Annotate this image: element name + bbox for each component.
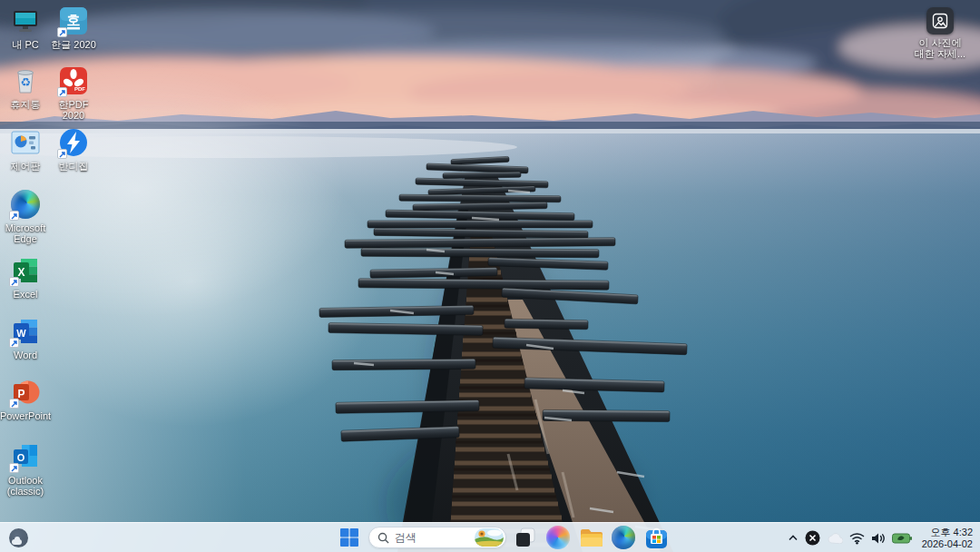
desktop-icon-recycle-bin[interactable]: ♻ 휴지통 xyxy=(0,65,51,110)
hangul-2020-icon: 호 xyxy=(58,5,89,36)
search-icon xyxy=(377,532,389,544)
excel-icon: X xyxy=(10,255,41,286)
photo-info-label-line1: 이 사진에 xyxy=(918,37,961,48)
hanpdf-2020-icon: PDF xyxy=(58,65,89,96)
copilot-button[interactable] xyxy=(544,524,572,551)
desktop-icon-hangul-2020[interactable]: 호 한글 2020 xyxy=(48,5,99,50)
photo-info-label-line2: 대한 자세... xyxy=(915,48,965,59)
desktop-icon-hanpdf-2020[interactable]: PDF 한PDF 2020 xyxy=(48,65,99,121)
taskbar-clock[interactable]: 오후 4:32 2026-04-02 xyxy=(918,527,973,550)
shortcut-arrow-icon xyxy=(57,87,67,97)
control-panel-icon xyxy=(10,127,41,158)
wifi-icon[interactable] xyxy=(849,527,865,549)
learn-about-picture-button[interactable]: 이 사진에 대한 자세... xyxy=(909,7,971,59)
recycle-bin-icon: ♻ xyxy=(10,65,41,96)
svg-text:♻: ♻ xyxy=(20,75,31,89)
copilot-icon xyxy=(546,526,570,549)
desktop-icon-label: Excel xyxy=(14,289,38,300)
desktop-icon-word[interactable]: W Word xyxy=(0,316,51,360)
shortcut-arrow-icon xyxy=(57,27,67,37)
desktop-icon-my-pc[interactable]: 내 PC xyxy=(0,5,51,50)
desktop-icon-label: 휴지통 xyxy=(11,99,41,110)
shortcut-arrow-icon xyxy=(9,277,19,287)
my-pc-icon xyxy=(10,5,41,36)
desktop-icon-label: Outlook (classic) xyxy=(0,475,51,497)
weather-widget-icon[interactable] xyxy=(9,528,28,547)
battery-saver-icon[interactable] xyxy=(892,527,912,549)
volume-icon[interactable] xyxy=(871,527,886,549)
onedrive-faded-icon[interactable] xyxy=(827,527,843,549)
edge-browser-button[interactable] xyxy=(610,524,637,551)
desktop-icon-label: Microsoft Edge xyxy=(0,222,51,244)
taskbar-search-box[interactable] xyxy=(368,527,506,548)
bing-daily-image xyxy=(475,528,504,547)
edge-taskbar-icon xyxy=(612,526,635,549)
word-icon: W xyxy=(10,316,41,347)
start-button[interactable] xyxy=(336,524,363,551)
file-explorer-button[interactable] xyxy=(577,524,604,551)
svg-text:P: P xyxy=(17,388,24,400)
clock-time: 오후 4:32 xyxy=(931,527,973,538)
desktop-icon-bandizip[interactable]: 반디집 xyxy=(48,127,99,172)
desktop-icon-outlook[interactable]: O Outlook (classic) xyxy=(0,441,51,497)
tray-expand-chevron-icon[interactable] xyxy=(788,527,799,549)
search-input[interactable] xyxy=(395,531,475,544)
shortcut-arrow-icon xyxy=(9,211,19,221)
shortcut-arrow-icon xyxy=(57,149,67,159)
svg-text:W: W xyxy=(16,328,26,339)
notification-x-icon[interactable] xyxy=(805,527,820,549)
file-explorer-icon xyxy=(579,527,603,548)
desktop-icon-label: 반디집 xyxy=(59,161,89,172)
picture-info-icon xyxy=(926,7,954,34)
shortcut-arrow-icon xyxy=(9,399,19,409)
svg-text:X: X xyxy=(17,266,24,279)
powerpoint-icon: P xyxy=(10,377,41,408)
desktop-icon-excel[interactable]: X Excel xyxy=(0,255,51,300)
desktop-icon-microsoft-edge[interactable]: Microsoft Edge xyxy=(0,189,51,244)
svg-text:O: O xyxy=(17,452,25,463)
svg-text:호: 호 xyxy=(67,12,81,27)
desktop-icon-label: 내 PC xyxy=(12,39,38,50)
edge-icon xyxy=(10,189,41,220)
task-view-button[interactable] xyxy=(512,524,539,551)
windows-start-icon xyxy=(339,527,359,547)
outlook-icon: O xyxy=(10,441,41,472)
wallpaper-broken-pier xyxy=(0,0,980,552)
desktop[interactable]: 내 PC 호 한글 2020 ♻ 휴지통 PDF 한PDF 2020 제어판 반… xyxy=(0,0,980,552)
shortcut-arrow-icon xyxy=(9,463,19,473)
microsoft-store-icon xyxy=(645,527,668,549)
task-view-icon xyxy=(514,527,536,548)
bandizip-icon xyxy=(58,127,89,158)
desktop-icon-label: 한PDF 2020 xyxy=(48,99,99,121)
desktop-icon-control-panel[interactable]: 제어판 xyxy=(0,127,51,172)
desktop-icon-label: 한글 2020 xyxy=(51,39,96,50)
microsoft-store-button[interactable] xyxy=(642,524,670,551)
desktop-icon-label: Word xyxy=(14,350,37,360)
clock-date: 2026-04-02 xyxy=(922,538,973,550)
taskbar: 오후 4:32 2026-04-02 xyxy=(0,522,980,552)
desktop-icon-powerpoint[interactable]: P PowerPoint xyxy=(0,377,51,421)
shortcut-arrow-icon xyxy=(9,338,19,348)
svg-text:PDF: PDF xyxy=(74,86,85,92)
desktop-icon-label: PowerPoint xyxy=(0,410,51,421)
desktop-icon-label: 제어판 xyxy=(11,161,41,172)
